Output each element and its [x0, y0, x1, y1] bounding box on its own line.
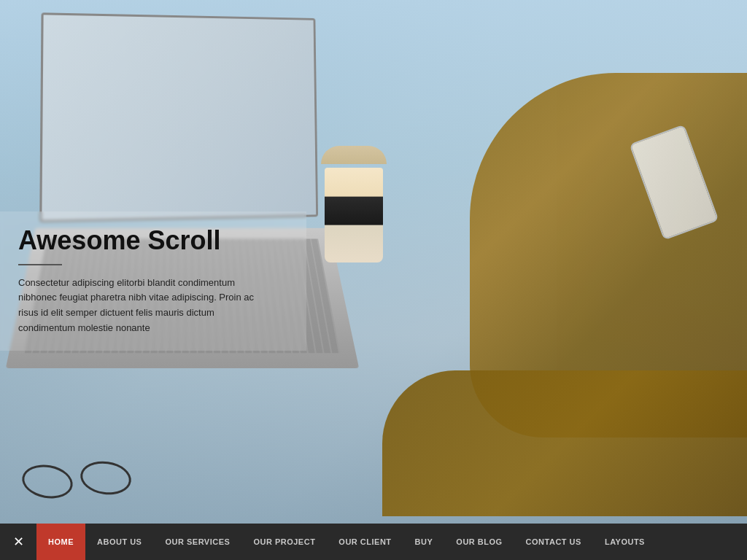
nav-item-home[interactable]: HOME: [36, 524, 85, 560]
laptop-screen: [39, 12, 318, 222]
nav-item-our-blog[interactable]: OUR BLOG: [444, 524, 514, 560]
hero-description: Consectetur adipiscing elitorbi blandit …: [18, 276, 266, 336]
hand-keyboard: [382, 370, 747, 516]
nav-item-layouts[interactable]: LAYOUTS: [593, 524, 657, 560]
hero-section: Awesome Scroll Consectetur adipiscing el…: [0, 0, 747, 560]
bottom-navbar: ✕ HOMEABOUT USOUR SERVICESOUR PROJECTOUR…: [0, 524, 747, 560]
hero-text-block: Awesome Scroll Consectetur adipiscing el…: [0, 211, 306, 351]
nav-item-about-us[interactable]: ABOUT US: [85, 524, 153, 560]
nav-items-list: HOMEABOUT USOUR SERVICESOUR PROJECTOUR C…: [36, 524, 747, 560]
close-icon: ✕: [13, 534, 24, 550]
glasses: [15, 443, 160, 502]
nav-close-button[interactable]: ✕: [0, 524, 36, 560]
nav-item-our-project[interactable]: OUR PROJECT: [241, 524, 327, 560]
nav-item-buy[interactable]: BUY: [403, 524, 445, 560]
hero-title: Awesome Scroll: [18, 226, 288, 255]
nav-item-our-services[interactable]: OUR SERVICES: [153, 524, 241, 560]
nav-item-our-client[interactable]: OUR CLIENT: [327, 524, 403, 560]
hero-divider: [18, 264, 62, 265]
nav-item-contact-us[interactable]: CONTACT US: [514, 524, 593, 560]
phone: [629, 125, 719, 241]
coffee-cup: [321, 146, 387, 262]
